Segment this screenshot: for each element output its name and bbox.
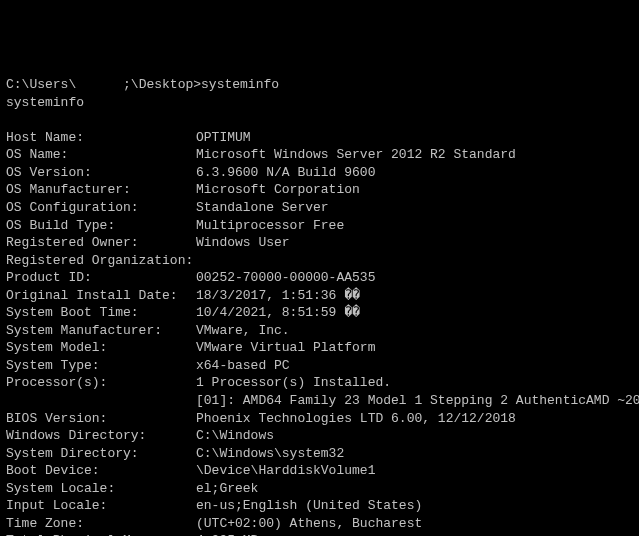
- sysinfo-label: Registered Owner:: [6, 234, 196, 252]
- sysinfo-label: System Type:: [6, 357, 196, 375]
- sysinfo-value: \Device\HarddiskVolume1: [196, 462, 375, 480]
- sysinfo-row: System Type:x64-based PC: [6, 357, 633, 375]
- sysinfo-label: Original Install Date:: [6, 287, 196, 305]
- sysinfo-value: 00252-70000-00000-AA535: [196, 269, 375, 287]
- sysinfo-value: (UTC+02:00) Athens, Bucharest: [196, 515, 422, 533]
- command-prompt-line: C:\Users\ ;\Desktop>systeminfo: [6, 76, 633, 94]
- sysinfo-value: 18/3/2017, 1:51:36 ��: [196, 287, 360, 305]
- sysinfo-row: Input Locale:en-us;English (United State…: [6, 497, 633, 515]
- sysinfo-row: Original Install Date:18/3/2017, 1:51:36…: [6, 287, 633, 305]
- sysinfo-label: OS Manufacturer:: [6, 181, 196, 199]
- sysinfo-label: Boot Device:: [6, 462, 196, 480]
- sysinfo-row: Total Physical Memory:4.095 MB: [6, 532, 633, 536]
- sysinfo-label: System Boot Time:: [6, 304, 196, 322]
- sysinfo-row: Time Zone:(UTC+02:00) Athens, Bucharest: [6, 515, 633, 533]
- sysinfo-label: System Manufacturer:: [6, 322, 196, 340]
- sysinfo-row: System Model:VMware Virtual Platform: [6, 339, 633, 357]
- sysinfo-label: Processor(s):: [6, 374, 196, 392]
- sysinfo-row: Processor(s):1 Processor(s) Installed.: [6, 374, 633, 392]
- sysinfo-value: C:\Windows\system32: [196, 445, 344, 463]
- sysinfo-row: OS Version:6.3.9600 N/A Build 9600: [6, 164, 633, 182]
- sysinfo-value: en-us;English (United States): [196, 497, 422, 515]
- sysinfo-label: System Locale:: [6, 480, 196, 498]
- prompt-path-prefix: C:\Users\: [6, 77, 76, 92]
- sysinfo-label: OS Build Type:: [6, 217, 196, 235]
- sysinfo-row: System Manufacturer:VMware, Inc.: [6, 322, 633, 340]
- sysinfo-value: 10/4/2021, 8:51:59 ��: [196, 304, 360, 322]
- sysinfo-value: Phoenix Technologies LTD 6.00, 12/12/201…: [196, 410, 516, 428]
- sysinfo-row: OS Manufacturer:Microsoft Corporation: [6, 181, 633, 199]
- sysinfo-row: OS Name:Microsoft Windows Server 2012 R2…: [6, 146, 633, 164]
- sysinfo-value: 1 Processor(s) Installed.: [196, 374, 391, 392]
- sysinfo-label: OS Version:: [6, 164, 196, 182]
- sysinfo-label: OS Name:: [6, 146, 196, 164]
- sysinfo-value: C:\Windows: [196, 427, 274, 445]
- sysinfo-label: Host Name:: [6, 129, 196, 147]
- sysinfo-row: Windows Directory:C:\Windows: [6, 427, 633, 445]
- sysinfo-value: Windows User: [196, 234, 290, 252]
- command-echo: systeminfo: [6, 94, 633, 112]
- sysinfo-value: OPTIMUM: [196, 129, 251, 147]
- sysinfo-label: OS Configuration:: [6, 199, 196, 217]
- sysinfo-label: Input Locale:: [6, 497, 196, 515]
- sysinfo-value: VMware Virtual Platform: [196, 339, 375, 357]
- sysinfo-value: VMware, Inc.: [196, 322, 290, 340]
- prompt-path-suffix: ;\Desktop>: [123, 77, 201, 92]
- sysinfo-label: System Model:: [6, 339, 196, 357]
- sysinfo-row: Registered Owner:Windows User: [6, 234, 633, 252]
- sysinfo-row: OS Configuration:Standalone Server: [6, 199, 633, 217]
- sysinfo-value: Microsoft Corporation: [196, 181, 360, 199]
- sysinfo-label: Time Zone:: [6, 515, 196, 533]
- sysinfo-row: Registered Organization:: [6, 252, 633, 270]
- sysinfo-label: System Directory:: [6, 445, 196, 463]
- sysinfo-row: System Directory:C:\Windows\system32: [6, 445, 633, 463]
- sysinfo-row: System Boot Time:10/4/2021, 8:51:59 ��: [6, 304, 633, 322]
- sysinfo-value: Standalone Server: [196, 199, 329, 217]
- sysinfo-value: 6.3.9600 N/A Build 9600: [196, 164, 375, 182]
- sysinfo-label: Product ID:: [6, 269, 196, 287]
- sysinfo-row: Host Name:OPTIMUM: [6, 129, 633, 147]
- sysinfo-value: Microsoft Windows Server 2012 R2 Standar…: [196, 146, 516, 164]
- sysinfo-row: Product ID:00252-70000-00000-AA535: [6, 269, 633, 287]
- command-input[interactable]: systeminfo: [201, 77, 279, 92]
- sysinfo-value: el;Greek: [196, 480, 258, 498]
- sysinfo-label: Windows Directory:: [6, 427, 196, 445]
- sysinfo-value: 4.095 MB: [196, 532, 258, 536]
- sysinfo-row: BIOS Version:Phoenix Technologies LTD 6.…: [6, 410, 633, 428]
- sysinfo-label: Registered Organization:: [6, 252, 196, 270]
- sysinfo-value: Multiprocessor Free: [196, 217, 344, 235]
- processor-detail: [01]: AMD64 Family 23 Model 1 Stepping 2…: [6, 392, 633, 410]
- sysinfo-label: BIOS Version:: [6, 410, 196, 428]
- sysinfo-row: Boot Device:\Device\HarddiskVolume1: [6, 462, 633, 480]
- prompt-redacted-user: [76, 77, 123, 92]
- sysinfo-row: System Locale:el;Greek: [6, 480, 633, 498]
- sysinfo-row: OS Build Type:Multiprocessor Free: [6, 217, 633, 235]
- sysinfo-value: x64-based PC: [196, 357, 290, 375]
- sysinfo-label: Total Physical Memory:: [6, 532, 196, 536]
